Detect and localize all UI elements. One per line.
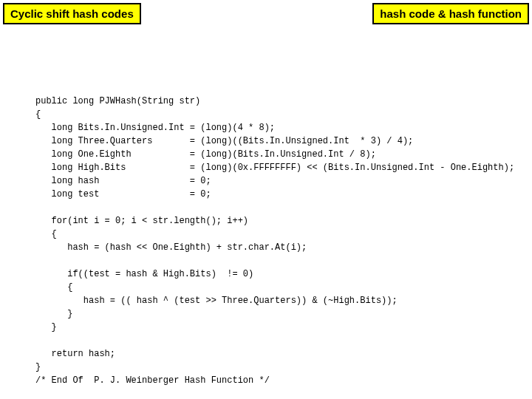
code-line: { xyxy=(35,282,72,293)
code-line: long test = 0; xyxy=(35,189,211,200)
code-line: long Bits.In.Unsigned.Int = (long)(4 * 8… xyxy=(35,123,275,133)
title-left-text: Cyclic shift hash codes xyxy=(10,7,134,20)
code-line: long One.Eighth = (long)(Bits.In.Unsigne… xyxy=(35,149,376,160)
code-line: long Three.Quarters = (long)((Bits.In.Un… xyxy=(35,136,413,146)
code-line: hash = (( hash ^ (test >> Three.Quarters… xyxy=(35,296,398,306)
code-line: for(int i = 0; i < str.length(); i++) xyxy=(35,216,248,226)
code-line: } xyxy=(35,362,41,372)
title-right: hash code & hash function xyxy=(372,3,529,24)
code-line: } xyxy=(35,309,72,319)
title-right-text: hash code & hash function xyxy=(380,7,522,20)
code-line: /* End Of P. J. Weinberger Hash Function… xyxy=(35,375,270,386)
code-line: { xyxy=(35,229,57,239)
code-line: { xyxy=(35,109,41,120)
code-line: hash = (hash << One.Eighth) + str.char.A… xyxy=(35,242,307,253)
code-line: public long PJWHash(String str) xyxy=(35,96,200,106)
code-line: return hash; xyxy=(35,349,115,359)
code-line: } xyxy=(35,322,57,332)
code-block: public long PJWHash(String str) { long B… xyxy=(35,81,525,387)
code-line: long hash = 0; xyxy=(35,176,211,186)
code-line: long High.Bits = (long)(0x.FFFFFFFF) << … xyxy=(35,163,514,173)
title-left: Cyclic shift hash codes xyxy=(3,3,141,24)
code-line: if((test = hash & High.Bits) != 0) xyxy=(35,269,253,279)
